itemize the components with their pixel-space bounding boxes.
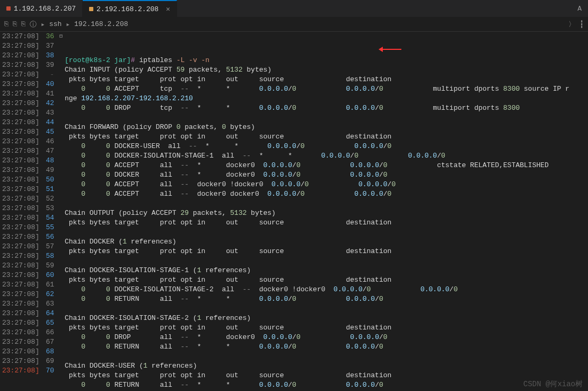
line-number: 39 bbox=[41, 60, 57, 70]
fold-marker bbox=[57, 328, 65, 337]
fold-marker bbox=[57, 280, 65, 290]
timestamp: 23:27:08] bbox=[0, 232, 41, 242]
terminal-output[interactable]: [root@k8s-2 jar]# iptables -L -v -nChain… bbox=[65, 32, 588, 391]
code-line bbox=[65, 256, 588, 266]
timestamp: 23:27:08] bbox=[0, 146, 41, 156]
timestamp: 23:27:08] bbox=[0, 118, 41, 127]
fold-marker bbox=[57, 299, 65, 309]
code-line: pkts bytes target prot opt in out source… bbox=[65, 218, 588, 228]
watermark: CSDN @何xiao树 bbox=[523, 379, 583, 389]
fold-marker bbox=[57, 251, 65, 261]
tab-bar: 1.192.168.2.2072.192.168.2.208✕ A bbox=[0, 0, 588, 17]
tab-0[interactable]: 1.192.168.2.207 bbox=[0, 0, 83, 17]
fold-marker bbox=[57, 309, 65, 318]
duplicate-icon[interactable]: ⎘ bbox=[21, 20, 25, 28]
timestamp: 23:27:08] bbox=[0, 175, 41, 185]
fold-marker bbox=[57, 127, 65, 137]
line-number: 60 bbox=[41, 271, 57, 280]
timestamp: 23:27:08] bbox=[0, 194, 41, 204]
timestamp: 23:27:08] bbox=[0, 347, 41, 357]
breadcrumb-ip[interactable]: 192.168.2.208 bbox=[74, 20, 128, 28]
code-line: 0 0 DOCKER-USER all -- * * 0.0.0.0/0 0.0… bbox=[65, 142, 588, 151]
timestamp: 23:27:08] bbox=[0, 357, 41, 366]
line-number-gutter: 36373839-4041424344454647484950515253545… bbox=[41, 32, 57, 391]
tab-1[interactable]: 2.192.168.2.208✕ bbox=[83, 0, 177, 17]
fold-marker bbox=[57, 204, 65, 213]
timestamp: 23:27:08] bbox=[0, 166, 41, 175]
code-line: pkts bytes target prot opt in out source… bbox=[65, 75, 588, 84]
code-line: 0 0 ACCEPT all -- docker0 docker0 0.0.0.… bbox=[65, 189, 588, 199]
timestamp: 23:27:08] bbox=[0, 89, 41, 99]
close-icon[interactable]: ✕ bbox=[166, 5, 170, 13]
fold-marker bbox=[57, 347, 65, 357]
timestamp: 23:27:08] bbox=[0, 318, 41, 328]
line-number: 37 bbox=[41, 41, 57, 51]
timestamp: 23:27:08] bbox=[0, 108, 41, 118]
code-line: [root@k8s-2 jar]# iptables -L -v -n bbox=[65, 56, 588, 65]
timestamp: 23:27:08] bbox=[0, 32, 41, 41]
line-number: 61 bbox=[41, 280, 57, 290]
timestamp: 23:27:08] bbox=[0, 337, 41, 347]
breadcrumb-ssh[interactable]: ssh bbox=[49, 20, 62, 28]
timestamp: 23:27:08] bbox=[0, 80, 41, 89]
fold-marker bbox=[57, 185, 65, 194]
code-line: 0 0 RETURN all -- * * 0.0.0.0/0 0.0.0.0/… bbox=[65, 294, 588, 304]
fold-marker bbox=[57, 194, 65, 204]
fold-marker bbox=[57, 118, 65, 127]
code-line: Chain FORWARD (policy DROP 0 packets, 0 … bbox=[65, 123, 588, 132]
code-line: 0 0 DROP tcp -- * * 0.0.0.0/0 0.0.0.0/0 … bbox=[65, 103, 588, 113]
fold-marker bbox=[57, 156, 65, 166]
line-number: 46 bbox=[41, 137, 57, 146]
fold-marker bbox=[57, 223, 65, 232]
line-number: 64 bbox=[41, 309, 57, 318]
red-arrow-annotation bbox=[380, 49, 401, 50]
tab-status-icon bbox=[6, 6, 11, 11]
line-number: 41 bbox=[41, 89, 57, 99]
line-number: 54 bbox=[41, 213, 57, 223]
fold-marker bbox=[57, 261, 65, 271]
fold-marker bbox=[57, 70, 65, 80]
fold-marker bbox=[57, 51, 65, 60]
fold-marker bbox=[57, 41, 65, 51]
nav-arrows[interactable]: 〉 ┇ bbox=[568, 20, 584, 29]
line-number: 47 bbox=[41, 146, 57, 156]
fold-marker bbox=[57, 318, 65, 328]
timestamp: 23:27:08] bbox=[0, 213, 41, 223]
fold-marker bbox=[57, 80, 65, 89]
line-number: 53 bbox=[41, 204, 57, 213]
line-number: 51 bbox=[41, 185, 57, 194]
timestamp: 23:27:08] bbox=[0, 366, 41, 376]
line-number: 43 bbox=[41, 108, 57, 118]
code-line bbox=[65, 228, 588, 237]
new-file-icon[interactable]: ⎘ bbox=[4, 20, 8, 28]
code-line: 0 0 ACCEPT all -- * docker0 0.0.0.0/0 0.… bbox=[65, 161, 588, 170]
line-number: 38 bbox=[41, 51, 57, 60]
timestamp: 23:27:08] bbox=[0, 41, 41, 51]
code-line: 0 0 RETURN all -- * * 0.0.0.0/0 0.0.0.0/… bbox=[65, 342, 588, 352]
code-line: pkts bytes target prot opt in out source… bbox=[65, 275, 588, 285]
line-number: 67 bbox=[41, 337, 57, 347]
timestamp: 23:27:08] bbox=[0, 290, 41, 299]
code-line: 0 0 ACCEPT all -- docker0 !docker0 0.0.0… bbox=[65, 180, 588, 189]
tab-letter: A bbox=[577, 5, 588, 13]
code-line: 0 0 DOCKER-ISOLATION-STAGE-1 all -- * * … bbox=[65, 151, 588, 161]
timestamp: 23:27:08] bbox=[0, 156, 41, 166]
fold-marker bbox=[57, 166, 65, 175]
new-folder-icon[interactable]: ⎘ bbox=[13, 20, 17, 28]
line-number: 70 bbox=[41, 366, 57, 376]
code-line: 0 0 DOCKER all -- * docker0 0.0.0.0/0 0.… bbox=[65, 170, 588, 180]
code-line: 0 0 ACCEPT tcp -- * * 0.0.0.0/0 0.0.0.0/… bbox=[65, 84, 588, 94]
timestamp: 23:27:08] bbox=[0, 137, 41, 146]
fold-marker bbox=[57, 99, 65, 108]
fold-marker bbox=[57, 337, 65, 347]
line-number: 56 bbox=[41, 232, 57, 242]
code-line: Chain DOCKER-ISOLATION-STAGE-2 (1 refere… bbox=[65, 314, 588, 323]
fold-marker bbox=[57, 137, 65, 146]
line-number: 65 bbox=[41, 318, 57, 328]
fold-marker[interactable]: ⊟ bbox=[57, 32, 65, 41]
timestamp: 23:27:08] bbox=[0, 328, 41, 337]
code-line bbox=[65, 113, 588, 123]
fold-marker bbox=[57, 357, 65, 366]
tab-status-icon bbox=[89, 7, 93, 11]
toolbar: ⎘ ⎘ ⎘ ⓘ ▸ ssh ▸ 192.168.2.208 〉 ┇ bbox=[0, 17, 588, 32]
